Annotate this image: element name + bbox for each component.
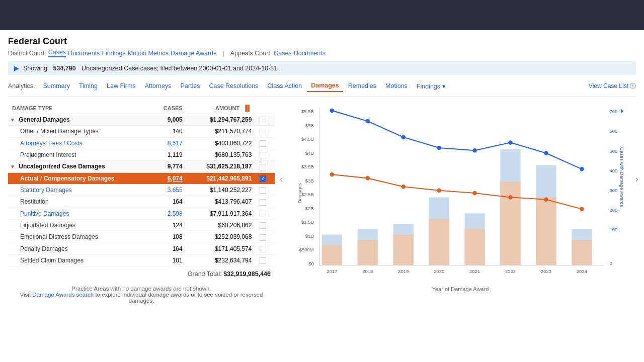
district-nav-cases[interactable]: Cases bbox=[48, 49, 66, 57]
penalty-cases: 164 bbox=[151, 243, 187, 254]
actual-compensatory-amount: $21,442,965,891 bbox=[187, 172, 256, 184]
grand-total-value: $32,919,985,446 bbox=[223, 270, 271, 278]
prejudgment-amount: $680,135,763 bbox=[187, 149, 256, 160]
actual-compensatory-checkbox[interactable]: ✓ bbox=[260, 175, 266, 182]
svg-text:2017: 2017 bbox=[327, 268, 337, 274]
statutory-checkbox[interactable] bbox=[260, 187, 266, 194]
sort-bar-icon[interactable]: ▐▌ bbox=[243, 105, 252, 112]
district-nav-findings[interactable]: Findings bbox=[102, 50, 125, 57]
tab-remedies[interactable]: Remedies bbox=[344, 80, 380, 92]
appeals-nav-cases[interactable]: Cases bbox=[274, 50, 291, 57]
svg-point-49 bbox=[508, 195, 512, 199]
punitive-amount: $7,911,917,364 bbox=[187, 208, 256, 219]
svg-rect-32 bbox=[464, 229, 485, 265]
col-amount: AMOUNT ▐▌ bbox=[187, 103, 256, 114]
row-punitive-damages: Punitive Damages 2,598 $7,911,917,364 bbox=[8, 208, 275, 219]
svg-text:0: 0 bbox=[609, 260, 612, 266]
actual-compensatory-link[interactable]: Actual / Compensatory Damages bbox=[20, 175, 114, 182]
emotional-distress-checkbox[interactable] bbox=[260, 234, 266, 241]
tab-damages[interactable]: Damages bbox=[307, 80, 343, 92]
settled-claim-label: Settled Claim Damages bbox=[8, 254, 151, 266]
uncategorized-label: Uncategorized Case Damages bbox=[19, 163, 105, 170]
appeals-court-label: Appeals Court: bbox=[230, 50, 272, 57]
general-damages-cases: 9,005 bbox=[151, 114, 187, 126]
footer-note-1: Practice Areas with no damage awards are… bbox=[12, 286, 271, 292]
svg-rect-33 bbox=[500, 182, 520, 265]
col-damage-type: DAMAGE TYPE bbox=[8, 103, 151, 114]
row-settled-claim: Settled Claim Damages 101 $232,634,794 bbox=[8, 254, 275, 266]
settled-claim-checkbox[interactable] bbox=[260, 257, 266, 264]
statutory-label: Statutory Damages bbox=[8, 184, 151, 196]
tab-timing[interactable]: Timing bbox=[75, 80, 102, 92]
filter-description: Uncategorized Case cases; filed between … bbox=[82, 65, 281, 72]
tab-findings[interactable]: Findings ▾ bbox=[413, 80, 450, 92]
punitive-checkbox[interactable] bbox=[260, 211, 266, 217]
svg-text:Cases with Damage Awards: Cases with Damage Awards bbox=[619, 147, 625, 207]
tab-attorneys[interactable]: Attorneys bbox=[141, 80, 176, 92]
other-mixed-checkbox[interactable] bbox=[260, 129, 266, 135]
district-nav-damage-awards[interactable]: Damage Awards bbox=[171, 50, 217, 57]
punitive-cases: 2,598 bbox=[151, 208, 187, 219]
svg-text:2018: 2018 bbox=[362, 268, 373, 274]
uncategorized-amount: $31,625,218,187 bbox=[187, 161, 256, 172]
view-case-list-button[interactable]: View Case List ⓘ bbox=[589, 82, 636, 90]
statutory-amount: $1,140,252,227 bbox=[187, 184, 256, 196]
uncategorized-cases: 9,774 bbox=[151, 161, 187, 172]
col-cases: CASES bbox=[151, 103, 187, 114]
appeals-nav-documents[interactable]: Documents bbox=[294, 50, 326, 57]
svg-point-48 bbox=[472, 191, 476, 195]
damage-chart: $5.5B $5B $4.5B $4B $3.5B $3B $2.5B $2B … bbox=[285, 103, 636, 284]
tab-law-firms[interactable]: Law Firms bbox=[103, 80, 140, 92]
svg-point-51 bbox=[580, 207, 584, 211]
penalty-checkbox[interactable] bbox=[260, 246, 266, 252]
statutory-link[interactable]: Statutory Damages bbox=[20, 187, 72, 194]
collapse-uncategorized[interactable]: ▼ bbox=[10, 164, 15, 169]
general-damages-checkbox[interactable] bbox=[260, 117, 266, 123]
collapse-general-damages[interactable]: ▼ bbox=[10, 117, 15, 123]
svg-rect-31 bbox=[429, 219, 449, 265]
tab-summary[interactable]: Summary bbox=[39, 80, 74, 92]
district-nav-motion-metrics[interactable]: Motion Metrics bbox=[128, 50, 169, 57]
tab-class-action[interactable]: Class Action bbox=[263, 80, 306, 92]
tab-parties[interactable]: Parties bbox=[177, 80, 204, 92]
tab-motions[interactable]: Motions bbox=[381, 80, 412, 92]
footer2-suffix: to explore individual damage awards or t… bbox=[95, 292, 263, 304]
svg-text:$5.5B: $5.5B bbox=[301, 109, 314, 114]
svg-text:500: 500 bbox=[609, 148, 617, 154]
svg-rect-30 bbox=[393, 235, 414, 265]
svg-text:400: 400 bbox=[609, 168, 617, 173]
svg-point-46 bbox=[401, 185, 405, 189]
filter-count: 534,790 bbox=[53, 65, 75, 72]
svg-point-36 bbox=[330, 109, 334, 113]
other-mixed-amount: $211,570,774 bbox=[187, 126, 256, 137]
tab-case-resolutions[interactable]: Case Resolutions bbox=[205, 80, 262, 92]
svg-text:2024: 2024 bbox=[577, 268, 588, 274]
chart-nav-right[interactable]: › bbox=[635, 174, 638, 185]
analytics-label: Analytics: bbox=[8, 82, 35, 89]
restitution-cases: 164 bbox=[151, 196, 187, 208]
damage-awards-search-link[interactable]: Damage Awards search bbox=[32, 292, 95, 298]
group-uncategorized-damages: ▼ Uncategorized Case Damages 9,774 $31,6… bbox=[8, 161, 275, 172]
general-damages-amount: $1,294,767,259 bbox=[187, 114, 256, 126]
general-damages-label: General Damages bbox=[19, 116, 69, 123]
restitution-amount: $413,796,407 bbox=[187, 196, 256, 208]
svg-text:$0: $0 bbox=[308, 261, 314, 266]
svg-text:$5B: $5B bbox=[305, 123, 314, 128]
attorneys-fees-checkbox[interactable] bbox=[260, 140, 266, 147]
liquidated-checkbox[interactable] bbox=[260, 222, 266, 229]
restitution-checkbox[interactable] bbox=[260, 199, 266, 206]
penalty-amount: $171,405,574 bbox=[187, 243, 256, 254]
uncategorized-checkbox[interactable] bbox=[260, 164, 266, 170]
punitive-link[interactable]: Punitive Damages bbox=[20, 210, 69, 217]
col-select bbox=[256, 103, 275, 114]
chart-nav-left[interactable]: ‹ bbox=[280, 174, 283, 185]
svg-point-50 bbox=[544, 197, 548, 201]
svg-text:$3B: $3B bbox=[305, 178, 314, 184]
district-nav-documents[interactable]: Documents bbox=[68, 50, 100, 57]
view-case-list-icon: ⓘ bbox=[630, 82, 636, 90]
svg-text:300: 300 bbox=[609, 188, 617, 193]
attorneys-fees-link[interactable]: Attorneys' Fees / Costs bbox=[20, 140, 83, 147]
prejudgment-checkbox[interactable] bbox=[260, 152, 266, 158]
court-nav: District Court: Cases Documents Findings… bbox=[8, 49, 636, 57]
chart-section: ‹ › $5.5B $5B $4.5B $4B $3.5B $3B $2.5B … bbox=[285, 103, 636, 308]
